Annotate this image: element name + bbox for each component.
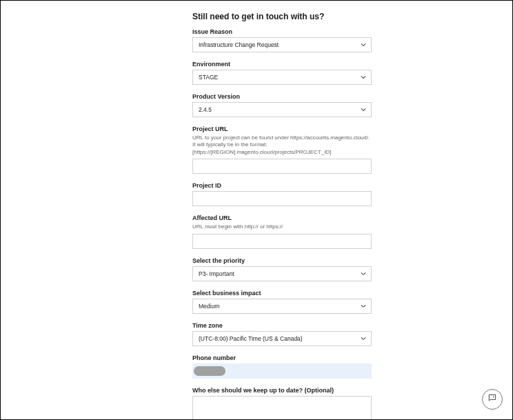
environment-label: Environment (192, 61, 372, 68)
affected-url-input[interactable] (192, 234, 372, 249)
project-url-input[interactable] (192, 159, 372, 174)
product-version-select[interactable] (192, 102, 372, 117)
time-zone-select[interactable] (192, 331, 372, 346)
field-keep-up-to-date: Who else should we keep up to date? (Opt… (192, 387, 372, 420)
field-project-url: Project URL URL to your project can be f… (192, 126, 372, 174)
product-version-label: Product Version (192, 93, 372, 100)
project-url-label: Project URL (192, 126, 372, 132)
time-zone-label: Time zone (192, 322, 372, 329)
affected-url-help: URL must begin with http:// or https:// (192, 223, 372, 230)
field-business-impact: Select business impact (192, 290, 372, 314)
field-time-zone: Time zone (192, 322, 372, 346)
field-phone: Phone number (192, 354, 372, 379)
business-impact-label: Select business impact (192, 290, 372, 297)
affected-url-label: Affected URL (192, 214, 372, 221)
environment-select[interactable] (192, 70, 372, 85)
project-id-input[interactable] (192, 191, 372, 206)
feedback-icon (487, 393, 497, 406)
field-product-version: Product Version (192, 93, 372, 117)
project-id-label: Project ID (192, 182, 372, 189)
redacted-phone (194, 366, 225, 376)
priority-select[interactable] (192, 266, 372, 281)
field-priority: Select the priority (192, 257, 372, 281)
page-title: Still need to get in touch with us? (192, 12, 372, 21)
keep-up-to-date-textarea[interactable] (192, 396, 372, 420)
business-impact-select[interactable] (192, 299, 372, 314)
issue-reason-label: Issue Reason (192, 28, 372, 35)
field-issue-reason: Issue Reason (192, 28, 372, 52)
keep-up-to-date-label: Who else should we keep up to date? (Opt… (192, 387, 372, 394)
phone-label: Phone number (192, 354, 372, 361)
field-environment: Environment (192, 61, 372, 85)
field-project-id: Project ID (192, 182, 372, 206)
support-form: Still need to get in touch with us? Issu… (192, 12, 372, 420)
phone-input[interactable] (192, 363, 372, 379)
priority-label: Select the priority (192, 257, 372, 264)
project-url-help: URL to your project can be found under h… (192, 134, 372, 156)
feedback-fab[interactable] (482, 389, 503, 410)
field-affected-url: Affected URL URL must begin with http://… (192, 214, 372, 248)
issue-reason-select[interactable] (192, 37, 372, 52)
